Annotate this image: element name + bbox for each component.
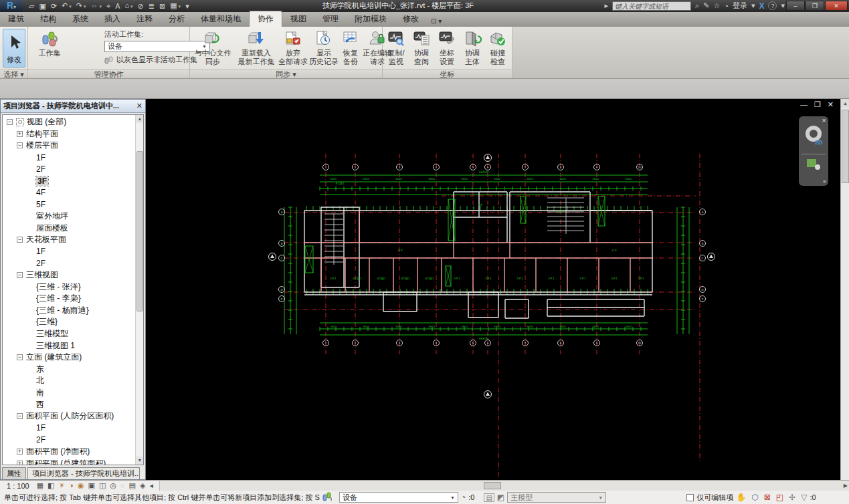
design-options-icon[interactable]: ▤ [484,493,494,502]
panel-tab-properties[interactable]: 属性 [2,467,26,479]
ribbon-tab-附加模块[interactable]: 附加模块 [347,11,395,27]
tree-item-1F[interactable]: 1F [3,152,135,164]
restore-button[interactable]: ❐ [806,1,824,11]
editable-only-checkbox[interactable] [686,494,694,501]
tree-item-东[interactable]: 东 [3,363,135,375]
open-icon[interactable]: ▱ [27,1,36,11]
tree-item-5F[interactable]: 5F [3,199,135,211]
collapse-icon[interactable]: − [17,413,23,419]
close-button[interactable]: ✕ [825,1,848,11]
coord-host-button[interactable]: 协调 主体 [460,29,484,66]
tree-item-楼层平面[interactable]: −楼层平面 [3,140,135,152]
section-icon[interactable]: ⊘ [136,1,146,11]
worksharing-display-icon[interactable]: ▤ [127,481,138,490]
drawing-canvas[interactable]: 3600360036003600360036003600360036003600… [146,99,840,480]
canvas-vertical-scrollbar[interactable]: ▲ [840,99,849,480]
hscroll-thumb[interactable] [484,482,501,489]
sun-path-icon[interactable]: ☀ [56,481,67,490]
navbar-close-icon[interactable]: ✕ [822,118,826,124]
tree-item-北[interactable]: 北 [3,375,135,387]
tree-item-1F[interactable]: 1F [3,422,135,434]
shadows-icon[interactable]: ◑ [67,481,76,490]
tree-item-南[interactable]: 南 [3,387,135,399]
tree-item-面积平面-净面积-[interactable]: +面积平面 (净面积) [3,446,135,458]
exclude-options-icon[interactable]: ◩ [494,493,507,502]
tree-scroll-thumb[interactable] [136,151,143,311]
interference-check-button[interactable]: 碰撞 检查▾ [486,29,510,74]
tree-item-天花板平面[interactable]: −天花板平面 [3,234,135,246]
subscription-icon[interactable]: ✎ [703,1,709,10]
drag-on-selection-icon[interactable]: ✢ [786,493,798,502]
coord-settings-button[interactable]: 坐标 设置 [435,29,459,66]
qat-customize-icon[interactable]: ▾ [183,1,191,11]
tree-item-2F[interactable]: 2F [3,163,135,175]
tree-item-4F[interactable]: 4F [3,187,135,199]
select-underlay-icon[interactable]: ⬡ [749,493,761,502]
thin-lines-icon[interactable]: ≣ [147,1,157,11]
reload-latest-button[interactable]: 重新载入 最新工作集 [235,29,277,66]
select-pinned-icon[interactable]: ⊠ [761,493,773,502]
text-icon[interactable]: A [113,1,122,11]
copy-monitor-button[interactable]: 复制/ 监视▾ [384,29,408,74]
status-workset-dropdown[interactable]: 设备 ▼ [339,492,458,503]
ribbon-tab-管理[interactable]: 管理 [314,11,347,27]
ribbon-tab-体量和场地[interactable]: 体量和场地 [193,11,249,27]
tree-item-立面-建筑立面-[interactable]: −立面 (建筑立面) [3,352,135,364]
select-links-icon[interactable]: ✋ [733,493,749,502]
collapse-icon[interactable]: ◂ [147,481,155,490]
canvas-horizontal-scrollbar[interactable]: ▶ [159,481,849,491]
signin-button[interactable]: 登录 [733,1,747,11]
tree-item-面积平面-人防分区面积-[interactable]: −面积平面 (人防分区面积) [3,410,135,422]
ribbon-tab-注释[interactable]: 注释 [128,11,161,27]
sync-panel-label[interactable]: 同步 ▾ [190,69,382,78]
collapse-icon[interactable]: − [17,237,23,243]
view-restore-icon[interactable]: ❐ [814,100,821,109]
ribbon-tab-视图[interactable]: 视图 [282,11,314,27]
redo-icon[interactable]: ↷ ▾ [74,0,88,12]
expand-icon[interactable]: + [17,449,23,455]
tree-scroll-down-icon[interactable]: ▼ [136,457,144,465]
ribbon-tab-系统[interactable]: 系统 [64,11,96,27]
rendering-dialog-icon[interactable]: ◉ [76,481,86,490]
default-3d-icon[interactable]: ⌂ ▾ [122,0,134,12]
collapse-search-icon[interactable]: ▸ [604,1,608,10]
sync-icon[interactable]: ⟳ [49,1,59,11]
ribbon-tab-修改[interactable]: 修改 [395,11,427,27]
ribbon-tab-协作[interactable]: 协作 [249,11,282,27]
tree-item-屋面楼板[interactable]: 屋面楼板 [3,222,135,234]
show-crop-region-icon[interactable]: ◫ [97,481,108,490]
tree-item-三维视图-1[interactable]: 三维视图 1 [3,340,135,352]
coord-review-button[interactable]: 协调 查阅▾ [409,29,434,74]
signin-dropdown-icon[interactable]: ▾ [751,1,755,10]
expand-icon[interactable]: + [17,131,23,137]
tree-scrollbar[interactable]: ▲ ▼ [135,115,143,465]
worksets-button[interactable]: 工作集 [32,29,67,57]
tree-item-3F[interactable]: 3F [3,175,135,187]
tree-item--三维-张洋-[interactable]: {三维 - 张洋} [3,281,135,293]
measure-icon[interactable]: ⇔ ▾ [88,0,103,12]
tree-item-结构平面[interactable]: +结构平面 [3,128,135,140]
tree-item-三维模型[interactable]: 三维模型 [3,328,135,340]
relinquish-button[interactable]: 放弃 全部请求 [278,29,308,66]
temporary-hide-icon[interactable]: ◎ [108,481,118,490]
visual-style-icon[interactable]: ◧ [45,481,56,490]
hscroll-right-icon[interactable]: ▶ [844,483,848,489]
navbar-menu-icon[interactable]: ≡ [823,178,826,184]
signin-person-icon[interactable]: ◔ [724,2,729,10]
detail-level-icon[interactable]: ▦ [35,481,45,490]
collapse-icon[interactable]: − [17,272,23,278]
tree-item--三维-李枭-[interactable]: {三维 - 李枭} [3,293,135,305]
view-close-icon[interactable]: ✕ [828,100,834,109]
vscroll-thumb[interactable] [842,110,849,183]
modify-button[interactable]: 修改 [3,29,25,68]
application-menu-button[interactable]: R▾ [0,0,23,12]
tree-scroll-up-icon[interactable]: ▲ [136,115,144,123]
view-minimize-icon[interactable]: — [800,100,808,109]
ribbon-tab-建筑[interactable]: 建筑 [0,11,32,27]
search-input[interactable]: 键入关键字或短语 [612,1,691,11]
tree-item-1F[interactable]: 1F [3,246,135,258]
ribbon-tab-结构[interactable]: 结构 [32,11,64,27]
ribbon-tab-分析[interactable]: 分析 [161,11,193,27]
select-by-face-icon[interactable]: ◰ [773,493,786,502]
vscroll-up-icon[interactable]: ▲ [841,99,849,108]
